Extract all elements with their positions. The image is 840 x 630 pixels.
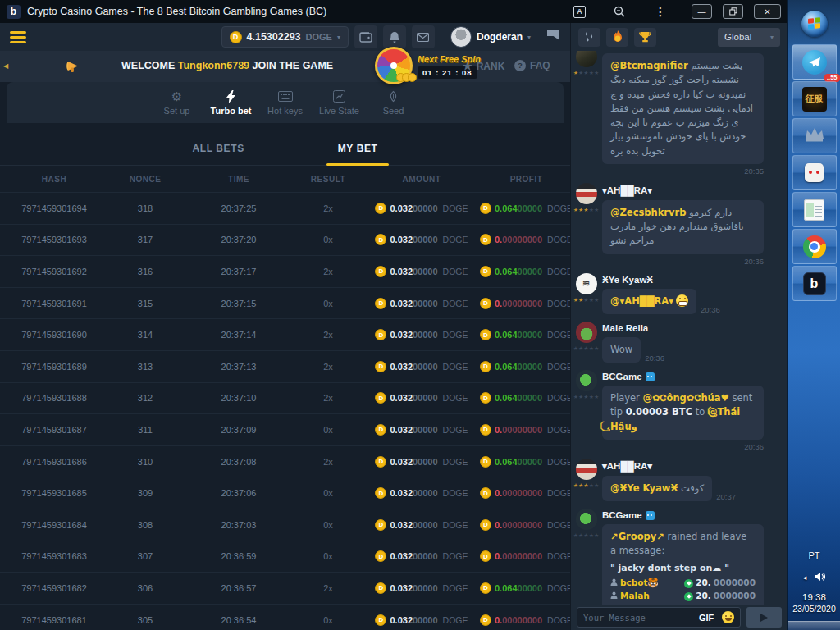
- trailing-zeros: 00000: [413, 267, 438, 276]
- mention-link[interactable]: @▾AH██RA▾: [610, 295, 673, 307]
- currency-label: DOGE: [443, 615, 468, 625]
- emoji-picker-icon[interactable]: [722, 611, 734, 623]
- mention-link[interactable]: @Btcmagnifier: [610, 60, 688, 71]
- message-text: 0.00003 BTC: [626, 406, 692, 418]
- hamburger-menu-icon[interactable]: [10, 31, 26, 43]
- chat-username[interactable]: BCGame: [602, 510, 783, 520]
- winner-row: Malah20.0000000: [610, 591, 756, 602]
- gif-button[interactable]: GIF: [699, 613, 714, 623]
- trailing-zeros: 00000: [518, 330, 543, 340]
- rank-button[interactable]: ★ RANK: [463, 60, 504, 72]
- chat-username[interactable]: ▾AH██RA▾: [602, 185, 783, 196]
- speaker-icon[interactable]: [814, 570, 825, 585]
- tab-set-up[interactable]: ⚙Set up: [157, 89, 198, 116]
- tray-expander-icon[interactable]: ◂: [803, 573, 807, 582]
- doge-coin-icon: D: [480, 298, 491, 309]
- show-desktop-button[interactable]: [788, 621, 840, 630]
- browser-window: b Crypto Casino Games - The 8 Best Bitco…: [0, 0, 788, 630]
- mention-link[interactable]: ↗Groopy↗: [610, 531, 664, 542]
- amount-value: 0.03200000: [390, 299, 437, 308]
- winner-name: bcbot🐯: [610, 577, 659, 590]
- megaphone-icon: [62, 60, 80, 76]
- taskbar-item-conquer[interactable]: 征服: [792, 81, 837, 116]
- message-content: ▾AH██RA▾@ӾYe KyawӾ كوفت20:37: [602, 459, 783, 501]
- scroll-left-icon[interactable]: ◀: [3, 62, 8, 70]
- chat-channel-select[interactable]: Global ▾: [718, 28, 780, 47]
- taskbar-item-telegram[interactable]: ..55: [792, 44, 837, 80]
- taskbar-item-windows[interactable]: [792, 4, 837, 43]
- currency-label: DOGE: [547, 425, 570, 435]
- welcome-banner: ◀ WELCOME Tungkonn6789 JOIN THE GAME Nex…: [0, 51, 570, 82]
- column-header-time: TIME: [182, 175, 295, 184]
- notifications-button[interactable]: [383, 25, 406, 48]
- tab-all-bets[interactable]: ALL BETS: [181, 133, 256, 164]
- tab-seed[interactable]: Seed: [373, 89, 414, 116]
- welcome-username: Tungkonn6789: [178, 60, 249, 71]
- chat-username[interactable]: Male Rella: [602, 323, 783, 333]
- star-icon: ★: [463, 60, 472, 72]
- bet-time: 20:37:20: [182, 235, 295, 244]
- rain-header: ↗Groopy↗ rained and leave a message:: [610, 530, 756, 559]
- bubble-row: Player @✿Ꮳông✿Ꮳhúa♥ sent tip 0.00003 BTC…: [602, 386, 764, 451]
- taskbar-item-dice[interactable]: [792, 155, 837, 190]
- rain-button[interactable]: [578, 28, 600, 47]
- mention-link[interactable]: @ӾYe KyawӾ: [610, 482, 678, 494]
- chrome-icon: [803, 235, 826, 258]
- table-row: 797145930169431820:37:252xD0.03200000DOG…: [0, 192, 570, 224]
- wallet-button[interactable]: [354, 25, 377, 48]
- user-rating: ★★★★★: [573, 297, 599, 304]
- chat-username[interactable]: ӾYe KyawӾ: [602, 275, 783, 285]
- faq-button[interactable]: ? FAQ: [514, 60, 550, 71]
- messages-button[interactable]: [412, 25, 435, 48]
- winner-amount: 20.0000000: [684, 590, 756, 603]
- clock[interactable]: 19:38: [788, 592, 840, 602]
- mention-link[interactable]: @✿Ꮳông✿Ꮳhúa♥: [642, 392, 728, 404]
- tab-live-state[interactable]: Live State: [319, 89, 360, 116]
- chat-bubble: ↗Groopy↗ rained and leave a message:" ja…: [602, 524, 764, 605]
- search-zoom-icon[interactable]: [614, 6, 625, 17]
- close-button[interactable]: ✕: [754, 4, 781, 19]
- user-rating: ★★★★★: [573, 394, 599, 400]
- bubble-row: @Btcmagnifier پشت سیستم نشسته راحت گوز گ…: [602, 53, 764, 176]
- currency-label: DOGE: [443, 551, 468, 561]
- bet-result: 2x: [295, 362, 361, 372]
- send-button[interactable]: [746, 607, 782, 628]
- message-content: ▾AH██RA▾@Zecsbhkrvrb دارم کیرمو باقاشوق …: [602, 183, 783, 266]
- balance-selector[interactable]: D 4.15302293 DOGE ▾: [221, 26, 349, 48]
- user-menu[interactable]: Dogderan ▾: [450, 26, 531, 48]
- profit-value: 0.00000000: [495, 488, 542, 498]
- doge-coin-icon: D: [375, 203, 386, 214]
- browser-menu-icon[interactable]: ⋮: [655, 5, 666, 18]
- coindrop-button[interactable]: [606, 28, 628, 47]
- taskbar-item-crown[interactable]: [792, 118, 837, 153]
- chat-message-input[interactable]: [583, 613, 693, 623]
- chat-message: ≋★★★★★ӾYe KyawӾ@▾AH██RA▾20:36: [575, 273, 783, 314]
- taskbar-item-bcgame[interactable]: b: [792, 266, 837, 301]
- winner-name: Malah: [610, 590, 650, 603]
- translate-icon[interactable]: A: [573, 6, 586, 18]
- chat-username[interactable]: ▾AH██RA▾: [602, 460, 783, 472]
- bet-nonce: 305: [108, 615, 182, 625]
- minimize-button[interactable]: —: [692, 4, 712, 19]
- bet-result: 0x: [295, 551, 361, 561]
- currency-label: DOGE: [443, 457, 468, 467]
- bet-amount: D0.03200000DOGE: [361, 487, 482, 499]
- date[interactable]: 23/05/2020: [788, 604, 840, 614]
- taskbar-item-chrome[interactable]: [792, 229, 837, 264]
- language-indicator[interactable]: PT: [788, 550, 840, 560]
- trailing-zeros: 00000000: [502, 551, 542, 561]
- mention-link[interactable]: @Zecsbhkrvrb: [610, 207, 686, 218]
- bet-hash: 7971459301685: [0, 488, 108, 498]
- trophy-button[interactable]: [634, 28, 656, 47]
- tab-hot-keys[interactable]: Hot keys: [265, 89, 306, 116]
- taskbar-item-notes[interactable]: [792, 192, 837, 227]
- chat-collapse-icon[interactable]: [546, 30, 560, 44]
- chevron-down-icon: ▾: [770, 34, 774, 41]
- tab-my-bet[interactable]: MY BET: [326, 133, 390, 164]
- restore-button[interactable]: [723, 4, 743, 19]
- bet-profit: D0.06400000DOGE: [482, 456, 570, 468]
- chat-bubble: @Zecsbhkrvrb دارم کیرمو باقاشوق میندازم …: [602, 200, 764, 254]
- doge-coin-icon: D: [480, 424, 491, 436]
- chat-username[interactable]: BCGame: [602, 372, 783, 381]
- tab-turbo-bet[interactable]: Turbo bet: [211, 89, 252, 116]
